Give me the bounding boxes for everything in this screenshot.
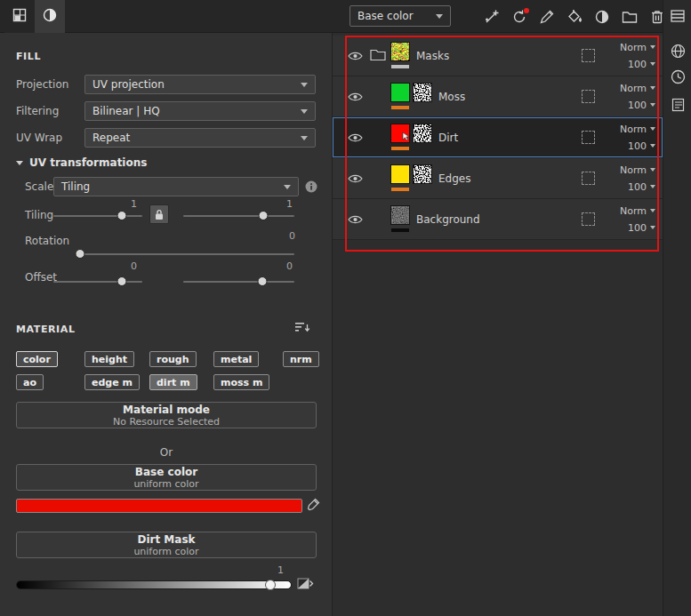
layer-thumbnail[interactable]: [390, 205, 410, 225]
channel-bar: [391, 106, 409, 109]
channel-button-color[interactable]: color: [16, 351, 58, 367]
opacity-dropdown[interactable]: 100: [628, 140, 655, 152]
blend-mode-dropdown[interactable]: Norm: [620, 42, 655, 53]
blend-mode-dropdown[interactable]: Norm: [620, 124, 655, 135]
fill-bucket-tool-icon[interactable]: [566, 8, 583, 26]
channel-button-dirt-m[interactable]: dirt m: [149, 374, 197, 390]
slider-handle[interactable]: [117, 211, 127, 220]
visibility-eye-icon[interactable]: [347, 92, 363, 102]
slider-handle[interactable]: [257, 276, 267, 286]
layer-thumbnail[interactable]: [390, 42, 410, 61]
channel-button-rough[interactable]: rough: [149, 351, 197, 367]
channel-button-edge-m[interactable]: edge m: [84, 374, 140, 390]
chevron-down-icon: [650, 144, 655, 148]
opacity-dropdown[interactable]: 100: [628, 59, 655, 70]
offset-slider-right[interactable]: [183, 276, 294, 287]
opacity-dropdown[interactable]: 100: [628, 222, 655, 234]
uv-transformations-expander[interactable]: UV transformations: [16, 156, 147, 169]
mask-thumbnail[interactable]: [413, 83, 432, 102]
layer-color-swatch[interactable]: [390, 124, 410, 143]
eyedropper-icon[interactable]: [307, 498, 320, 514]
scale-value: Tiling: [61, 180, 90, 193]
channel-filter-dropdown[interactable]: Base color: [350, 5, 451, 27]
visibility-eye-icon[interactable]: [347, 214, 363, 225]
channel-button-ao[interactable]: ao: [16, 374, 44, 390]
dirt-mask-subtitle: uniform color: [133, 546, 198, 557]
layer-row-dirt[interactable]: Dirt Norm 100: [333, 117, 663, 158]
uv-wrap-value: Repeat: [92, 132, 130, 144]
channel-bar: [391, 147, 409, 150]
grayscale-gradient-slider[interactable]: [16, 580, 292, 589]
mask-placeholder-icon[interactable]: [582, 212, 595, 226]
polygon-fill-tool-icon[interactable]: [483, 8, 501, 26]
tab-fill-properties[interactable]: [35, 0, 65, 33]
paint-tool-icon[interactable]: [538, 8, 556, 26]
offset-slider-left[interactable]: [53, 276, 142, 287]
gradient-slider-handle[interactable]: [265, 580, 276, 590]
base-color-subtitle: uniform color: [133, 478, 198, 490]
channel-button-height[interactable]: height: [84, 351, 134, 367]
chevron-down-icon: [650, 168, 655, 172]
dirt-mask-button[interactable]: Dirt Mask uniform color: [16, 532, 317, 558]
slider-handle[interactable]: [117, 276, 127, 286]
layer-row-moss[interactable]: Moss Norm 100: [333, 76, 663, 117]
chevron-down-icon: [301, 136, 308, 140]
slider-handle[interactable]: [75, 249, 84, 259]
mask-placeholder-icon[interactable]: [582, 131, 595, 144]
projection-dropdown[interactable]: UV projection: [84, 75, 316, 94]
mask-placeholder-icon[interactable]: [582, 90, 595, 103]
layer-row-edges[interactable]: Edges Norm 100: [333, 158, 663, 199]
visibility-eye-icon[interactable]: [347, 173, 363, 184]
blend-mode-dropdown[interactable]: Norm: [620, 205, 655, 217]
panels-icon[interactable]: [670, 8, 686, 24]
slider-handle[interactable]: [259, 211, 269, 220]
channel-button-nrm[interactable]: nrm: [283, 351, 319, 367]
smudge-tool-icon[interactable]: [593, 8, 611, 26]
visibility-eye-icon[interactable]: [347, 132, 363, 143]
blend-mode-value: Norm: [620, 205, 647, 217]
opacity-dropdown[interactable]: 100: [628, 181, 655, 193]
tab-layer-properties[interactable]: [4, 0, 35, 33]
tiling-slider-left[interactable]: [53, 210, 142, 221]
layer-color-swatch[interactable]: [390, 83, 410, 102]
notes-icon[interactable]: [670, 97, 686, 113]
filter-sort-icon[interactable]: [295, 322, 310, 336]
layer-color-swatch[interactable]: [390, 164, 410, 184]
scale-label: Scale: [25, 180, 53, 193]
globe-icon[interactable]: [670, 43, 686, 59]
channel-button-moss-m[interactable]: moss m: [213, 374, 269, 390]
history-icon[interactable]: [670, 68, 686, 84]
info-icon[interactable]: [305, 180, 317, 196]
blend-mode-value: Norm: [620, 164, 647, 176]
tiling-value-left: 1: [131, 198, 137, 210]
chevron-down-icon: [650, 86, 655, 90]
filtering-value: Bilinear | HQ: [92, 105, 160, 117]
add-folder-icon[interactable]: [621, 8, 639, 26]
blend-mode-value: Norm: [620, 124, 647, 135]
base-color-swatch[interactable]: [16, 499, 302, 513]
layer-row-masks[interactable]: Masks Norm 100: [333, 36, 663, 76]
uv-wrap-dropdown[interactable]: Repeat: [84, 128, 316, 148]
blend-mode-dropdown[interactable]: Norm: [620, 164, 655, 176]
projection-tool-icon[interactable]: [510, 8, 528, 26]
visibility-eye-icon[interactable]: [347, 51, 363, 61]
chevron-down-icon: [650, 45, 655, 49]
cursor-icon: [402, 132, 411, 144]
filtering-dropdown[interactable]: Bilinear | HQ: [84, 101, 316, 121]
tiling-slider-right[interactable]: [183, 210, 294, 221]
layer-row-background[interactable]: Background Norm 100: [333, 199, 663, 240]
channel-button-metal[interactable]: metal: [213, 351, 259, 367]
mask-thumbnail[interactable]: [413, 164, 432, 184]
material-mode-button[interactable]: Material mode No Resource Selected: [16, 402, 317, 428]
blend-mode-dropdown[interactable]: Norm: [620, 83, 655, 94]
scale-dropdown[interactable]: Tiling: [53, 177, 299, 196]
fill-properties-panel: FILL Projection UV projection Filtering …: [0, 33, 333, 616]
mask-thumbnail[interactable]: [413, 124, 432, 143]
base-color-button[interactable]: Base color uniform color: [16, 464, 317, 491]
mask-placeholder-icon[interactable]: [582, 49, 595, 62]
lock-icon[interactable]: [149, 204, 169, 224]
gradient-picker-icon[interactable]: [297, 576, 314, 594]
opacity-dropdown[interactable]: 100: [628, 100, 655, 111]
mask-placeholder-icon[interactable]: [582, 172, 595, 185]
rotation-slider[interactable]: [76, 248, 294, 260]
